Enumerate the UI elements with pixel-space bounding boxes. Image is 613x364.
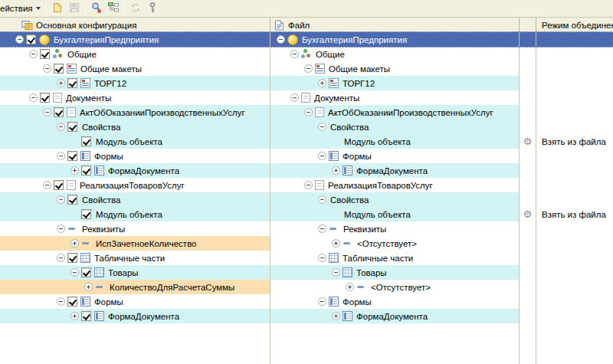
file-cell[interactable]: ТОРГ12	[270, 76, 520, 90]
tree-row[interactable]: ТоварыТовары	[0, 265, 613, 280]
expand-expander-icon[interactable]	[84, 283, 95, 291]
tree-row[interactable]: Модуль объектаМодуль объекта⚙Взять из фа…	[0, 207, 613, 221]
collapse-expander-icon[interactable]	[290, 93, 301, 102]
main-config-cell[interactable]: Формы	[0, 149, 270, 163]
main-config-cell[interactable]: КоличествоДляРасчетаСуммы	[0, 280, 270, 294]
tree-row[interactable]: АктОбОказанииПроизводственныхУслугАктОбО…	[0, 105, 613, 120]
node-checkbox[interactable]	[54, 180, 64, 190]
tree-row[interactable]: СвойстваСвойства	[0, 192, 613, 207]
main-config-cell[interactable]: Модуль объекта	[0, 207, 270, 221]
tree-row[interactable]: Модуль объектаМодуль объекта⚙Взять из фа…	[0, 134, 613, 149]
collapse-expander-icon[interactable]	[57, 195, 67, 204]
file-cell[interactable]: Свойства	[270, 120, 520, 134]
node-checkbox[interactable]	[81, 267, 91, 277]
open-button[interactable]	[49, 1, 66, 17]
file-cell[interactable]: Свойства	[270, 192, 520, 207]
node-checkbox[interactable]	[67, 151, 77, 161]
file-cell[interactable]: Документы	[270, 90, 520, 105]
collapse-expander-icon[interactable]	[304, 108, 315, 116]
tree-row[interactable]: ФормаДокументаФормаДокумента	[0, 309, 613, 323]
node-checkbox[interactable]	[67, 253, 77, 263]
collapse-expander-icon[interactable]	[43, 108, 54, 116]
file-cell[interactable]: Табличные части	[270, 251, 520, 265]
tree-row[interactable]: Общие макетыОбщие макеты	[0, 61, 613, 76]
node-checkbox[interactable]	[81, 311, 91, 321]
collapse-expander-icon[interactable]	[318, 123, 329, 131]
collapse-expander-icon[interactable]	[57, 297, 67, 306]
tree-row[interactable]: ФормыФормы	[0, 149, 613, 163]
actions-menu-button[interactable]: ействия	[0, 1, 44, 17]
file-cell[interactable]: Общие	[270, 47, 520, 61]
tree-row[interactable]: РеквизитыРеквизиты	[0, 221, 613, 236]
tree-row[interactable]: КоличествоДляРасчетаСуммы<Отсутствует>	[0, 280, 613, 294]
collapse-expander-icon[interactable]	[29, 50, 40, 58]
tree-row[interactable]: ОбщиеОбщие	[0, 47, 613, 61]
file-cell[interactable]: <Отсутствует>	[270, 236, 520, 251]
node-checkbox[interactable]	[81, 136, 91, 146]
collapse-expander-icon[interactable]	[304, 64, 315, 73]
tree-row[interactable]: БухгалтерияПредприятияБухгалтерияПредпри…	[0, 32, 613, 47]
expand-expander-icon[interactable]	[70, 239, 81, 248]
main-config-cell[interactable]: Табличные части	[0, 251, 270, 265]
expand-expander-icon[interactable]	[57, 79, 67, 87]
main-config-cell[interactable]: РеализацияТоваровУслуг	[0, 178, 270, 192]
tree-row[interactable]: ФормыФормы	[0, 294, 613, 309]
file-cell[interactable]: Модуль объекта	[270, 207, 520, 221]
main-config-cell[interactable]: Общие	[0, 47, 270, 61]
file-cell[interactable]: Общие макеты	[270, 61, 520, 76]
tree-row[interactable]: ТОРГ12ТОРГ12	[0, 76, 613, 90]
node-checkbox[interactable]	[67, 195, 77, 205]
expand-expander-icon[interactable]	[346, 283, 356, 291]
collapse-expander-icon[interactable]	[277, 35, 287, 44]
merge-mode-cell[interactable]: Взять из файла	[536, 207, 613, 221]
node-checkbox[interactable]	[81, 209, 91, 219]
tree-row[interactable]: ДокументыДокументы	[0, 90, 613, 105]
main-config-cell[interactable]: ИспЗачетноеКоличество	[0, 236, 270, 251]
main-config-cell[interactable]: Свойства	[0, 192, 270, 207]
key-button[interactable]	[144, 1, 161, 17]
collapse-expander-icon[interactable]	[57, 123, 67, 131]
tree-row[interactable]: СвойстваСвойства	[0, 120, 613, 134]
collapse-expander-icon[interactable]	[318, 195, 329, 204]
file-cell[interactable]: РеализацияТоваровУслуг	[270, 178, 520, 192]
merge-mode-cell[interactable]: Взять из файла	[536, 134, 613, 149]
merge-settings-gear-icon[interactable]: ⚙	[523, 136, 533, 146]
cancel-search-button[interactable]	[88, 1, 105, 17]
node-checkbox[interactable]	[40, 49, 50, 59]
collapse-expander-icon[interactable]	[318, 254, 329, 262]
expand-expander-icon[interactable]	[70, 166, 81, 175]
collapse-expander-icon[interactable]	[43, 181, 54, 189]
node-checkbox[interactable]	[67, 78, 77, 88]
node-checkbox[interactable]	[67, 122, 77, 132]
merge-settings-gear-icon[interactable]: ⚙	[523, 209, 533, 219]
tree-row[interactable]: ИспЗачетноеКоличество<Отсутствует>	[0, 236, 613, 251]
collapse-expander-icon[interactable]	[318, 297, 329, 306]
expand-expander-icon[interactable]	[318, 79, 329, 87]
node-checkbox[interactable]	[40, 93, 50, 103]
collapse-expander-icon[interactable]	[304, 181, 315, 189]
main-config-cell[interactable]: Свойства	[0, 120, 270, 134]
expand-expander-icon[interactable]	[70, 312, 81, 320]
merge-gear-cell[interactable]: ⚙	[520, 134, 536, 149]
expand-expander-icon[interactable]	[332, 166, 343, 175]
main-config-cell[interactable]: ТОРГ12	[0, 76, 270, 90]
main-config-cell[interactable]: АктОбОказанииПроизводственныхУслуг	[0, 105, 270, 120]
file-cell[interactable]: Формы	[270, 294, 520, 309]
file-cell[interactable]: Модуль объекта	[270, 134, 520, 149]
file-cell[interactable]: Реквизиты	[270, 221, 520, 236]
node-checkbox[interactable]	[26, 34, 36, 44]
main-config-cell[interactable]: ФормаДокумента	[0, 309, 270, 323]
tree-row[interactable]: Табличные частиТабличные части	[0, 251, 613, 265]
file-cell[interactable]: АктОбОказанииПроизводственныхУслуг	[270, 105, 520, 120]
node-checkbox[interactable]	[81, 166, 91, 175]
collapse-expander-icon[interactable]	[29, 93, 40, 102]
collapse-expander-icon[interactable]	[290, 50, 301, 58]
expand-expander-icon[interactable]	[332, 312, 343, 320]
main-config-cell[interactable]: ФормаДокумента	[0, 163, 270, 178]
collapse-expander-icon[interactable]	[70, 268, 81, 277]
tree-row[interactable]: РеализацияТоваровУслугРеализацияТоваровУ…	[0, 178, 613, 192]
main-config-cell[interactable]: Документы	[0, 90, 270, 105]
file-cell[interactable]: БухгалтерияПредприятия	[270, 32, 520, 47]
collapse-expander-icon[interactable]	[318, 152, 329, 160]
file-cell[interactable]: <Отсутствует>	[270, 280, 520, 294]
